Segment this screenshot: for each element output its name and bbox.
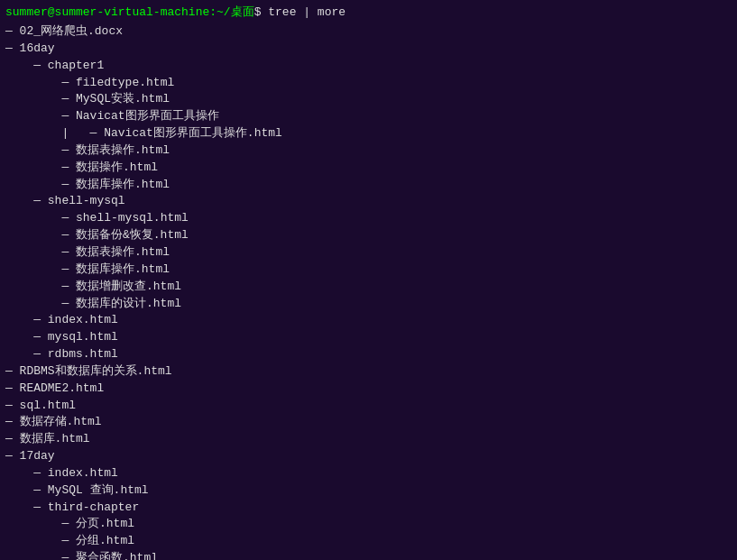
tree-line: — shell-mysql — [5, 193, 732, 210]
tree-line: — 分组.html — [5, 533, 732, 550]
prompt-user: summer@summer-virtual-machine:~/桌面 — [5, 5, 254, 19]
tree-line: — filedtype.html — [5, 75, 732, 92]
tree-line: — 数据库的设计.html — [5, 296, 732, 313]
tree-line: — 数据表操作.html — [5, 244, 732, 262]
tree-line: — 02_网络爬虫.docx — [5, 23, 732, 41]
tree-line: — README2.html — [5, 381, 732, 398]
tree-line: — mysql.html — [5, 329, 732, 346]
tree-output: — 02_网络爬虫.docx— 16day — chapter1 — filed… — [5, 23, 732, 560]
terminal: summer@summer-virtual-machine:~/桌面$ tree… — [0, 0, 737, 560]
tree-line: — 数据备份&恢复.html — [5, 227, 732, 244]
tree-line: — 聚合函数.html — [5, 550, 732, 560]
tree-line: — 数据表操作.html — [5, 142, 732, 160]
tree-line: — MySQL安装.html — [5, 91, 732, 108]
tree-line: — chapter1 — [5, 58, 732, 75]
tree-line: — sql.html — [5, 398, 732, 415]
tree-line: — index.html — [5, 465, 732, 482]
tree-line: — 数据库操作.html — [5, 262, 732, 279]
tree-line: — Navicat图形界面工具操作 — [5, 108, 732, 125]
tree-line: — 数据库操作.html — [5, 177, 732, 194]
tree-line: — MySQL 查询.html — [5, 482, 732, 500]
tree-line: — RDBMS和数据库的关系.html — [5, 363, 732, 381]
tree-line: — rdbms.html — [5, 346, 732, 363]
tree-line: | — Navicat图形界面工具操作.html — [5, 125, 732, 142]
prompt-line: summer@summer-virtual-machine:~/桌面$ tree… — [5, 4, 732, 20]
prompt-cmd: tree | more — [268, 5, 345, 19]
tree-line: — 17day — [5, 448, 732, 465]
tree-line: — 分页.html — [5, 516, 732, 533]
prompt-dollar: $ — [254, 5, 269, 19]
tree-line: — third-chapter — [5, 500, 732, 517]
tree-line: — 数据库.html — [5, 431, 732, 448]
tree-line: — 数据操作.html — [5, 160, 732, 177]
tree-line: — shell-mysql.html — [5, 210, 732, 227]
tree-line: — index.html — [5, 312, 732, 329]
tree-line: — 数据存储.html — [5, 414, 732, 431]
tree-line: — 数据增删改查.html — [5, 279, 732, 296]
tree-line: — 16day — [5, 41, 732, 58]
